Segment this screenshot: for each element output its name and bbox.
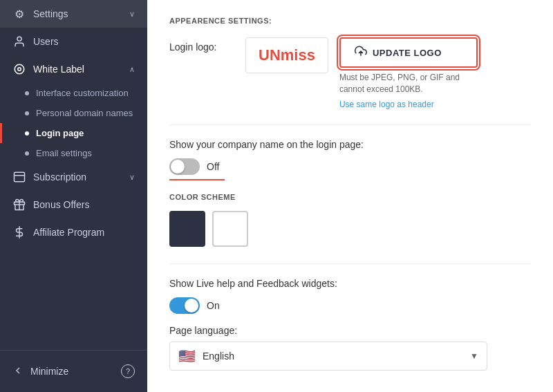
toggle-off-label: Off: [207, 161, 219, 172]
update-logo-button[interactable]: UPDATE LOGO: [339, 37, 478, 68]
color-swatches: [169, 211, 531, 247]
dot-icon: [25, 111, 29, 115]
sidebar-item-settings-label: Settings: [33, 8, 68, 19]
minimize-arrow-icon: [12, 365, 24, 378]
sub-label-personal-domain: Personal domain names: [36, 108, 133, 118]
sub-label-login-page: Login page: [36, 128, 84, 138]
sidebar-sub-menu: Interface customization Personal domain …: [0, 83, 147, 163]
sidebar-item-subscription[interactable]: Subscription ∨: [0, 163, 147, 191]
toggle-knob-on: [185, 299, 198, 312]
color-scheme-title: COLOR SCHEME: [169, 193, 531, 201]
dot-icon: [25, 151, 29, 156]
main-content: APPEARENCE SETTINGS: Login logo: UNmiss …: [147, 0, 553, 392]
sidebar-sub-login-page[interactable]: Login page: [0, 123, 147, 143]
appearance-title: APPEARENCE SETTINGS:: [169, 17, 531, 25]
settings-chevron: ∨: [129, 10, 135, 19]
flag-icon: 🇺🇸: [178, 348, 196, 364]
sidebar-item-subscription-label: Subscription: [33, 171, 86, 183]
login-logo-label: Login logo:: [169, 37, 245, 53]
live-help-toggle[interactable]: [169, 297, 200, 314]
svg-point-2: [18, 68, 21, 71]
dot-icon: [25, 91, 29, 95]
toggle-off-row: Off: [169, 158, 531, 175]
sidebar-sub-personal-domain-names[interactable]: Personal domain names: [0, 103, 147, 123]
svg-point-0: [17, 37, 21, 41]
upload-btn-wrapper: UPDATE LOGO Must be JPEG, PNG, or GIF an…: [339, 37, 478, 109]
color-swatch-light[interactable]: [212, 211, 248, 247]
toggle-on-row: On: [169, 297, 531, 314]
live-help-label: Show Live help and Feedback widgets:: [169, 278, 531, 289]
page-language-label: Page language:: [169, 325, 531, 336]
white-label-chevron: ∧: [129, 65, 135, 74]
sidebar-item-bonus-offers-label: Bonus Offers: [33, 199, 89, 210]
language-select[interactable]: 🇺🇸 English ▼: [169, 342, 487, 371]
sidebar-item-bonus-offers[interactable]: Bonus Offers: [0, 191, 147, 218]
sub-label-email-settings: Email settings: [36, 148, 92, 158]
bonus-offers-icon: [12, 198, 26, 212]
sidebar-sub-interface-customization[interactable]: Interface customization: [0, 83, 147, 103]
dot-icon: [25, 131, 29, 136]
sidebar-sub-email-settings[interactable]: Email settings: [0, 143, 147, 163]
company-name-toggle[interactable]: [169, 158, 200, 175]
subscription-icon: [12, 170, 26, 184]
sidebar-bottom: Minimize ?: [0, 350, 147, 392]
minimize-button[interactable]: Minimize ?: [0, 357, 147, 385]
divider-2: [169, 263, 531, 264]
help-icon[interactable]: ?: [121, 364, 135, 378]
toggle-knob: [171, 160, 185, 174]
sidebar: ⚙ Settings ∨ Users White Label ∧ Interfa…: [0, 0, 147, 392]
svg-rect-3: [15, 172, 25, 182]
white-label-icon: [12, 62, 26, 76]
sidebar-item-affiliate-program[interactable]: Affiliate Program: [0, 218, 147, 246]
minimize-label: Minimize: [30, 366, 68, 377]
sub-label-interface: Interface customization: [36, 88, 129, 98]
logo-upload-area: UNmiss UPDATE LOGO Must be JPEG, PNG, or…: [245, 37, 478, 109]
sidebar-item-users[interactable]: Users: [0, 28, 147, 55]
sidebar-item-white-label-label: White Label: [33, 64, 84, 75]
use-same-logo-link[interactable]: Use same logo as header: [339, 100, 478, 109]
users-icon: [12, 35, 26, 48]
show-company-label: Show your company name on the login page…: [169, 139, 531, 150]
login-logo-field: Login logo: UNmiss UPDATE LOGO Must be J…: [169, 37, 531, 109]
sidebar-item-affiliate-program-label: Affiliate Program: [33, 227, 104, 238]
sidebar-item-white-label[interactable]: White Label ∧: [0, 55, 147, 83]
color-swatch-dark[interactable]: [169, 211, 205, 247]
language-name: English: [203, 351, 234, 362]
svg-point-1: [15, 64, 24, 74]
settings-icon: ⚙: [12, 7, 26, 21]
sidebar-item-users-label: Users: [33, 36, 59, 47]
chevron-down-icon: ▼: [470, 351, 478, 361]
toggle-underline: [169, 179, 225, 180]
sidebar-item-settings[interactable]: ⚙ Settings ∨: [0, 0, 147, 28]
upload-cloud-icon: [355, 45, 367, 60]
toggle-on-label: On: [207, 300, 220, 311]
logo-preview: UNmiss: [245, 37, 328, 73]
subscription-chevron: ∨: [129, 173, 135, 182]
upload-note: Must be JPEG, PNG, or GIF and cannot exc…: [339, 72, 478, 95]
affiliate-program-icon: [12, 225, 26, 239]
divider: [169, 124, 531, 125]
